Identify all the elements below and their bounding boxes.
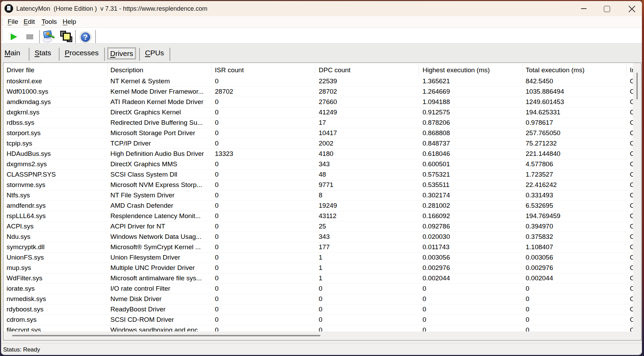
svg-text:?: ? — [83, 33, 88, 41]
